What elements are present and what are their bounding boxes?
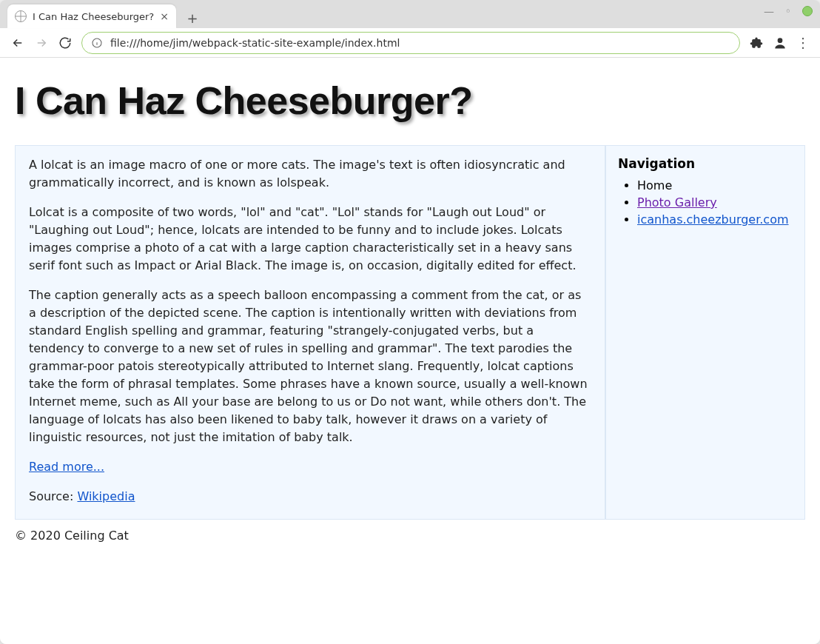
svg-point-3 — [778, 38, 783, 43]
main-column: A lolcat is an image macro of one or mor… — [15, 145, 605, 520]
nav-item-external: icanhas.cheezburger.com — [637, 212, 793, 227]
page-viewport: I Can Haz Cheeseburger? A lolcat is an i… — [0, 58, 820, 644]
source-prefix: Source: — [29, 489, 77, 503]
close-window-icon[interactable] — [802, 6, 813, 16]
new-tab-button[interactable]: + — [182, 7, 203, 28]
nav-label: Home — [637, 178, 672, 192]
read-more-link[interactable]: Read more... — [29, 460, 104, 474]
content-columns: A lolcat is an image macro of one or mor… — [15, 145, 805, 520]
footer: © 2020 Ceiling Cat — [15, 529, 805, 543]
extensions-icon[interactable] — [749, 36, 764, 50]
nav-link[interactable]: icanhas.cheezburger.com — [637, 212, 789, 227]
paragraph: The caption generally acts as a speech b… — [29, 286, 591, 446]
address-bar[interactable] — [81, 32, 740, 54]
browser-tab[interactable]: I Can Haz Cheeseburger? × — [7, 4, 176, 28]
nav-link[interactable]: Photo Gallery — [637, 195, 717, 209]
tab-title: I Can Haz Cheeseburger? — [33, 11, 154, 22]
nav-item-home: Home — [637, 178, 793, 192]
close-tab-icon[interactable]: × — [160, 11, 169, 21]
forward-button[interactable] — [34, 36, 49, 50]
sidebar: Navigation Home Photo Gallery icanhas.ch… — [605, 145, 805, 520]
source-link[interactable]: Wikipedia — [77, 489, 135, 503]
page-title: I Can Haz Cheeseburger? — [15, 78, 805, 123]
source-line: Source: Wikipedia — [29, 488, 591, 506]
nav-list: Home Photo Gallery icanhas.cheezburger.c… — [618, 178, 793, 227]
paragraph: Lolcat is a composite of two words, "lol… — [29, 204, 591, 275]
nav-item-photo-gallery: Photo Gallery — [637, 195, 793, 209]
site-info-icon[interactable] — [91, 37, 103, 49]
profile-icon[interactable] — [773, 36, 787, 50]
url-input[interactable] — [109, 36, 730, 50]
menu-icon[interactable]: ⋮ — [796, 35, 810, 50]
window-controls: — ◦ — [764, 6, 813, 16]
back-button[interactable] — [10, 36, 25, 50]
maximize-icon[interactable]: ◦ — [783, 6, 793, 16]
paragraph: A lolcat is an image macro of one or mor… — [29, 156, 591, 192]
sidebar-heading: Navigation — [618, 156, 793, 171]
reload-button[interactable] — [58, 36, 73, 50]
tab-strip: I Can Haz Cheeseburger? × + — ◦ — [0, 0, 820, 28]
toolbar: ⋮ — [0, 28, 820, 58]
globe-icon — [15, 10, 27, 22]
browser-window: I Can Haz Cheeseburger? × + — ◦ — [0, 0, 820, 644]
minimize-icon[interactable]: — — [764, 6, 774, 16]
